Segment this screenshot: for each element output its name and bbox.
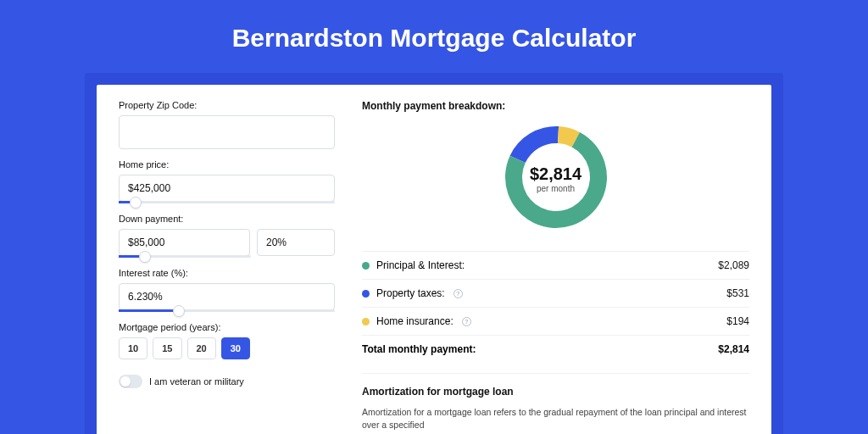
donut-chart: $2,814 per month <box>501 122 611 236</box>
interest-rate-slider-thumb[interactable] <box>173 305 185 317</box>
total-row: Total monthly payment: $2,814 <box>362 335 749 363</box>
card-frame: Property Zip Code: Home price: Down paym… <box>85 73 783 434</box>
legend-row: Property taxes:?$531 <box>362 279 749 307</box>
period-option-20[interactable]: 20 <box>187 337 216 359</box>
interest-rate-input[interactable] <box>119 283 335 310</box>
interest-rate-field: Interest rate (%): <box>119 268 335 312</box>
donut-value: $2,814 <box>530 164 581 184</box>
legend-label: Principal & Interest: <box>376 259 465 271</box>
legend-row: Principal & Interest:$2,089 <box>362 251 749 279</box>
home-price-input[interactable] <box>119 175 335 202</box>
legend-dot-icon <box>362 262 370 270</box>
legend-label: Home insurance: <box>376 315 453 327</box>
calculator-card: Property Zip Code: Home price: Down paym… <box>97 85 771 434</box>
form-panel: Property Zip Code: Home price: Down paym… <box>119 100 335 434</box>
down-payment-pct-input[interactable] <box>257 229 335 256</box>
down-payment-label: Down payment: <box>119 214 335 224</box>
amortization-heading: Amortization for mortgage loan <box>362 386 749 398</box>
legend-value: $2,089 <box>718 259 749 271</box>
legend-value: $531 <box>726 287 749 299</box>
donut-center: $2,814 per month <box>501 122 611 236</box>
donut-chart-wrap: $2,814 per month <box>362 117 749 246</box>
mortgage-period-field: Mortgage period (years): 10152030 <box>119 322 335 359</box>
legend-value: $194 <box>726 315 749 327</box>
down-payment-input[interactable] <box>119 229 250 256</box>
zip-input[interactable] <box>119 115 335 149</box>
legend-dot-icon <box>362 290 370 298</box>
amortization-section: Amortization for mortgage loan Amortizat… <box>362 373 749 431</box>
total-label: Total monthly payment: <box>362 343 476 355</box>
legend: Principal & Interest:$2,089Property taxe… <box>362 251 749 335</box>
down-payment-slider-thumb[interactable] <box>139 251 151 263</box>
veteran-label: I am veteran or military <box>149 376 244 387</box>
legend-row: Home insurance:?$194 <box>362 307 749 335</box>
total-value: $2,814 <box>718 343 749 355</box>
page-title: Bernardston Mortgage Calculator <box>0 0 868 73</box>
donut-sub: per month <box>537 184 575 193</box>
veteran-toggle[interactable] <box>119 375 142 388</box>
interest-rate-slider-fill <box>119 309 179 312</box>
down-payment-slider[interactable] <box>119 255 251 258</box>
home-price-label: Home price: <box>119 159 335 170</box>
mortgage-period-options: 10152030 <box>119 337 335 359</box>
period-option-15[interactable]: 15 <box>153 337 181 359</box>
down-payment-field: Down payment: <box>119 214 335 258</box>
legend-dot-icon <box>362 318 370 326</box>
breakdown-heading: Monthly payment breakdown: <box>362 100 749 112</box>
legend-label: Property taxes: <box>376 287 445 299</box>
interest-rate-slider[interactable] <box>119 309 335 312</box>
mortgage-period-label: Mortgage period (years): <box>119 322 335 332</box>
home-price-field: Home price: <box>119 159 335 203</box>
interest-rate-label: Interest rate (%): <box>119 268 335 278</box>
veteran-row: I am veteran or military <box>119 375 335 388</box>
amortization-text: Amortization for a mortgage loan refers … <box>362 406 749 431</box>
zip-field: Property Zip Code: <box>119 100 335 149</box>
period-option-30[interactable]: 30 <box>221 337 250 359</box>
home-price-slider[interactable] <box>119 201 335 203</box>
home-price-slider-thumb[interactable] <box>130 197 142 209</box>
info-icon[interactable]: ? <box>453 289 463 298</box>
zip-label: Property Zip Code: <box>119 100 335 110</box>
breakdown-panel: Monthly payment breakdown: $2,814 per mo… <box>335 100 749 434</box>
info-icon[interactable]: ? <box>462 317 471 326</box>
period-option-10[interactable]: 10 <box>119 337 147 359</box>
